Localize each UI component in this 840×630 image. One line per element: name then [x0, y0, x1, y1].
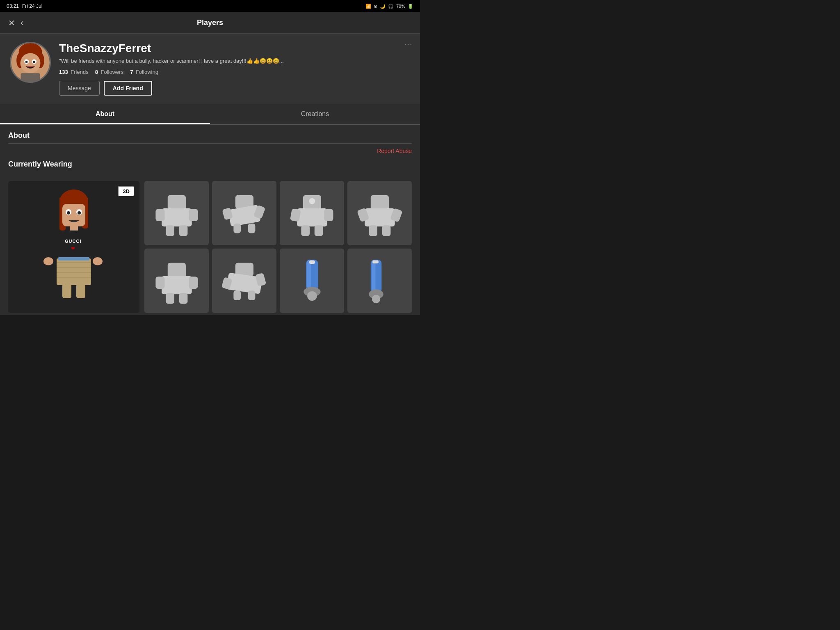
- svg-rect-41: [155, 209, 164, 221]
- svg-point-18: [67, 211, 70, 215]
- svg-rect-49: [233, 224, 241, 233]
- item-5[interactable]: [144, 249, 209, 313]
- main-content: TheSnazzyFerret "Will be friends with an…: [0, 34, 420, 315]
- wifi-icon: 📶: [365, 4, 371, 9]
- svg-rect-34: [89, 231, 103, 238]
- profile-actions: Message Add Friend: [59, 81, 410, 96]
- more-options-icon[interactable]: ···: [405, 41, 413, 48]
- svg-rect-56: [314, 225, 323, 236]
- location-icon: ⊙: [374, 4, 377, 9]
- svg-rect-85: [372, 260, 379, 263]
- svg-rect-43: [166, 225, 174, 236]
- svg-rect-69: [179, 293, 187, 304]
- svg-rect-39: [167, 195, 185, 210]
- svg-rect-10: [21, 73, 40, 82]
- svg-point-84: [372, 295, 380, 304]
- back-button[interactable]: ‹: [21, 18, 23, 28]
- svg-rect-74: [233, 290, 241, 300]
- add-friend-button[interactable]: Add Friend: [104, 81, 152, 96]
- date-display: Fri 24 Jul: [22, 3, 42, 9]
- message-button[interactable]: Message: [59, 81, 100, 96]
- profile-stats: 133 Friends 8 Followers 7 Following: [59, 69, 410, 75]
- svg-rect-44: [179, 225, 187, 236]
- svg-rect-37: [62, 284, 71, 298]
- svg-point-36: [93, 257, 103, 265]
- wearing-container: 3D: [0, 181, 420, 315]
- svg-rect-15: [62, 204, 85, 226]
- report-abuse-link[interactable]: Report Abuse: [8, 148, 412, 154]
- time-display: 03:21: [7, 3, 19, 9]
- item-3[interactable]: [280, 181, 344, 245]
- svg-rect-66: [155, 276, 164, 288]
- svg-point-33: [43, 257, 53, 265]
- svg-rect-65: [162, 276, 192, 294]
- close-button[interactable]: ✕: [8, 18, 15, 28]
- svg-point-57: [309, 198, 315, 204]
- svg-rect-52: [297, 208, 327, 226]
- svg-rect-80: [309, 260, 315, 264]
- followers-count: 8 Followers: [95, 69, 123, 75]
- svg-rect-30: [58, 257, 89, 260]
- svg-point-79: [307, 291, 317, 301]
- battery-icon: 🔋: [408, 4, 413, 9]
- headphones-icon: 🎧: [388, 4, 394, 9]
- svg-rect-68: [166, 293, 174, 304]
- svg-rect-42: [189, 209, 198, 221]
- following-count: 7 Following: [130, 69, 158, 75]
- friends-count: 133 Friends: [59, 69, 89, 75]
- item-1[interactable]: [144, 181, 209, 245]
- svg-rect-22: [58, 231, 89, 259]
- nav-bar: ✕ ‹ Players: [0, 12, 420, 34]
- svg-point-9: [33, 61, 36, 63]
- svg-rect-31: [44, 231, 59, 238]
- svg-rect-50: [248, 224, 255, 233]
- profile-header: TheSnazzyFerret "Will be friends with an…: [0, 34, 420, 104]
- wearing-title: Currently Wearing: [8, 160, 412, 169]
- status-bar: 03:21 Fri 24 Jul 📶 ⊙ 🌙 🎧 70% 🔋: [0, 0, 420, 12]
- svg-text:GUCCI: GUCCI: [65, 239, 81, 244]
- svg-point-5: [21, 53, 41, 73]
- svg-rect-62: [369, 225, 377, 236]
- bio: "Will be friends with anyone but a bully…: [59, 57, 410, 65]
- svg-text:❤: ❤: [71, 246, 75, 251]
- svg-rect-59: [365, 208, 395, 226]
- svg-point-8: [25, 61, 28, 63]
- profile-info: TheSnazzyFerret "Will be friends with an…: [59, 42, 410, 96]
- svg-rect-67: [189, 276, 198, 288]
- about-divider: [8, 143, 412, 144]
- svg-rect-38: [76, 284, 85, 298]
- svg-rect-63: [382, 225, 390, 236]
- svg-rect-82: [372, 260, 375, 293]
- character-preview: 3D: [8, 181, 139, 313]
- battery-percent: 70%: [396, 4, 405, 9]
- item-7[interactable]: [280, 249, 344, 313]
- svg-rect-54: [324, 209, 333, 221]
- items-grid: [144, 181, 412, 313]
- page-title: Players: [8, 18, 412, 27]
- username: TheSnazzyFerret: [59, 42, 410, 55]
- svg-rect-32: [44, 237, 52, 259]
- svg-rect-55: [301, 225, 310, 236]
- svg-rect-75: [248, 290, 255, 300]
- about-section: About Report Abuse Currently Wearing: [0, 125, 420, 181]
- item-8[interactable]: [347, 249, 412, 313]
- 3d-button[interactable]: 3D: [118, 186, 135, 197]
- item-2[interactable]: [212, 181, 276, 245]
- svg-rect-40: [162, 208, 192, 226]
- svg-rect-64: [167, 263, 185, 278]
- tab-creations[interactable]: Creations: [210, 104, 420, 124]
- item-6[interactable]: [212, 249, 276, 313]
- moon-icon: 🌙: [380, 4, 386, 9]
- svg-rect-35: [89, 237, 98, 259]
- svg-point-19: [78, 211, 81, 215]
- about-title: About: [8, 131, 412, 140]
- svg-rect-58: [370, 195, 388, 210]
- tabs-bar: About Creations: [0, 104, 420, 125]
- svg-rect-77: [307, 260, 311, 290]
- item-4[interactable]: [347, 181, 412, 245]
- tab-about[interactable]: About: [0, 104, 210, 124]
- avatar: [10, 42, 51, 83]
